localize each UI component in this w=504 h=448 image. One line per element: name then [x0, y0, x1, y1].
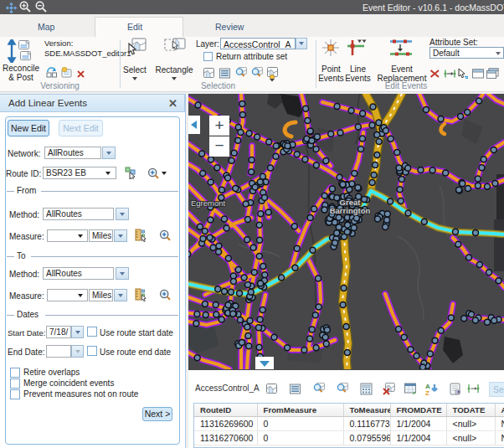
- svg-text:Egremont: Egremont: [191, 198, 226, 208]
- svg-text:Z: Z: [425, 389, 429, 396]
- svg-text:Barrington: Barrington: [330, 206, 371, 215]
